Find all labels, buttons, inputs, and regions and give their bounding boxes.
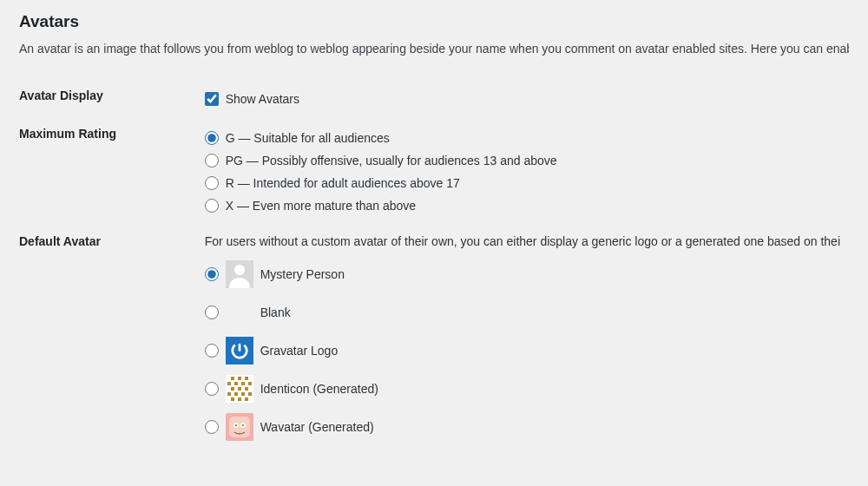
rating-g-label[interactable]: G — Suitable for all audiences <box>226 131 390 145</box>
default-avatar-label: Default Avatar <box>19 226 205 455</box>
svg-rect-11 <box>248 382 252 385</box>
svg-rect-13 <box>238 387 241 391</box>
default-gravatar-label[interactable]: Gravatar Logo <box>260 344 339 358</box>
identicon-icon <box>226 375 253 403</box>
wavatar-icon <box>226 413 253 441</box>
svg-rect-9 <box>234 382 238 385</box>
svg-point-1 <box>234 265 245 275</box>
default-identicon-label[interactable]: Identicon (Generated) <box>260 382 378 396</box>
rating-pg-label[interactable]: PG — Possibly offensive, usually for aud… <box>226 154 557 167</box>
default-wavatar-label[interactable]: Wavatar (Generated) <box>260 420 374 434</box>
svg-point-27 <box>241 424 244 427</box>
svg-rect-14 <box>245 387 248 391</box>
svg-rect-8 <box>227 382 231 385</box>
svg-rect-18 <box>248 392 252 396</box>
svg-rect-21 <box>245 397 248 401</box>
svg-rect-12 <box>231 387 234 391</box>
avatar-display-label: Avatar Display <box>19 80 205 118</box>
rating-pg-radio[interactable] <box>205 154 219 167</box>
svg-rect-16 <box>234 392 238 396</box>
svg-rect-19 <box>231 397 234 401</box>
rating-r-radio[interactable] <box>205 176 219 190</box>
svg-rect-7 <box>245 377 248 380</box>
default-blank-label[interactable]: Blank <box>260 305 291 319</box>
default-avatar-description: For users without a custom avatar of the… <box>205 234 840 248</box>
rating-g-radio[interactable] <box>205 131 219 145</box>
section-description: An avatar is an image that follows you f… <box>19 42 849 56</box>
rating-x-label[interactable]: X — Even more mature than above <box>226 199 416 213</box>
default-blank-radio[interactable] <box>205 305 219 319</box>
rating-x-radio[interactable] <box>205 199 219 213</box>
default-wavatar-radio[interactable] <box>205 420 219 434</box>
default-mystery-radio[interactable] <box>205 267 219 281</box>
rating-r-label[interactable]: R — Intended for adult audiences above 1… <box>226 176 460 190</box>
svg-rect-17 <box>241 392 245 396</box>
show-avatars-label[interactable]: Show Avatars <box>226 92 299 106</box>
mystery-person-icon <box>226 260 253 288</box>
default-gravatar-radio[interactable] <box>205 344 219 358</box>
svg-rect-6 <box>238 377 241 380</box>
svg-rect-15 <box>227 392 231 396</box>
svg-point-25 <box>234 424 237 427</box>
svg-rect-5 <box>231 377 234 380</box>
blank-icon <box>226 299 253 326</box>
default-identicon-radio[interactable] <box>205 382 219 396</box>
maximum-rating-label: Maximum Rating <box>19 118 205 226</box>
svg-rect-20 <box>238 397 241 401</box>
section-heading: Avatars <box>19 12 849 31</box>
svg-rect-3 <box>238 344 240 351</box>
svg-rect-10 <box>241 382 245 385</box>
gravatar-logo-icon <box>226 337 253 364</box>
show-avatars-checkbox[interactable] <box>205 92 219 106</box>
default-mystery-label[interactable]: Mystery Person <box>260 267 345 281</box>
